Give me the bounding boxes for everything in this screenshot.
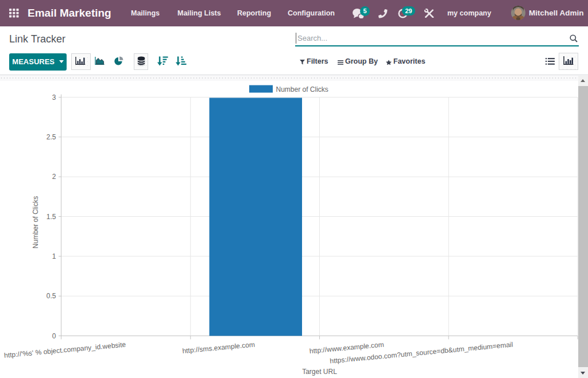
svg-text:http://'%s' % object.company_i: http://'%s' % object.company_id.website [4, 341, 126, 360]
svg-text:Number of Clicks: Number of Clicks [276, 85, 328, 93]
svg-text:Number of Clicks: Number of Clicks [32, 196, 40, 248]
svg-text:2: 2 [52, 173, 56, 181]
svg-text:2.5: 2.5 [47, 133, 56, 141]
svg-text:1.5: 1.5 [47, 213, 56, 221]
svg-text:1: 1 [52, 252, 56, 260]
svg-text:0.5: 0.5 [47, 292, 56, 300]
svg-text:http://sms.example.com: http://sms.example.com [182, 341, 255, 355]
svg-text:3: 3 [52, 93, 56, 102]
svg-text:Target URL: Target URL [302, 368, 337, 376]
svg-text:0: 0 [52, 332, 56, 340]
